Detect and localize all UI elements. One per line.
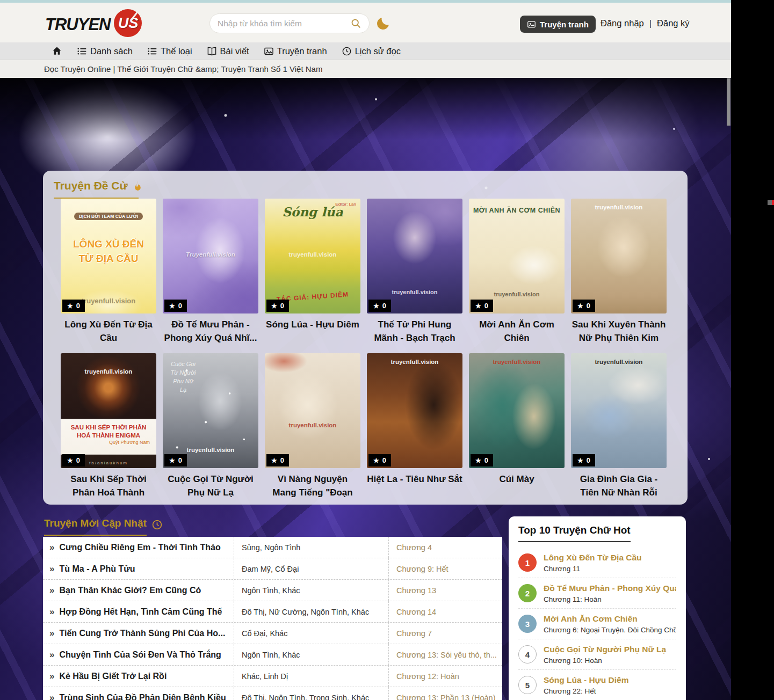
story-link[interactable]: »Tù Ma - A Phù Tửu bbox=[43, 564, 234, 574]
recommended-section: Truyện Đề Cử DỊCH BỞI TEAM CỦA LƯỜI LÔNG… bbox=[43, 171, 688, 505]
story-title[interactable]: Gia Đình Gia Gia - Tiên Nữ Nhàn Rỗi Đến … bbox=[571, 472, 667, 501]
story-link[interactable]: »Chuyện Tình Của Sói Đen Và Thỏ Trắng bbox=[43, 650, 234, 660]
site-tagline: Đọc Truyện Online | Thế Giới Truyện Chữ … bbox=[0, 60, 731, 78]
search-bar[interactable] bbox=[209, 13, 370, 33]
gray-marker bbox=[768, 200, 772, 205]
star-icon: ★ bbox=[577, 457, 583, 464]
logo-us-text: US bbox=[118, 15, 139, 32]
search-input[interactable] bbox=[218, 19, 350, 28]
star-icon: ★ bbox=[169, 302, 175, 310]
story-card[interactable]: truyenfull.vision ★0 Vì Nàng Nguyện Mang… bbox=[265, 353, 360, 501]
story-title[interactable]: Lông Xù Đến Từ Địa Cầu bbox=[61, 318, 156, 347]
nav-the-loai[interactable]: Thể loại bbox=[147, 46, 192, 56]
story-cover[interactable]: truyenfull.vision ★0 bbox=[265, 353, 360, 468]
top10-item[interactable]: 1 Lông Xù Đến Từ Địa Cầu Chương 11 bbox=[518, 548, 676, 578]
table-row: »Bạn Thân Khác Giới? Em Cũng Có Ngôn Tìn… bbox=[43, 580, 502, 601]
login-link[interactable]: Đăng nhập bbox=[601, 18, 644, 28]
story-cover[interactable]: DỊCH BỞI TEAM CỦA LƯỜI LÔNG XÙ ĐẾN TỪ ĐỊ… bbox=[61, 199, 156, 313]
main-nav: Danh sách Thể loại Bài viết Truyện tranh… bbox=[0, 42, 731, 60]
chapter-link[interactable]: Chương 13: Sói yêu thỏ, th... bbox=[388, 644, 502, 665]
chapter-link[interactable]: Chương 12: Hoàn bbox=[388, 666, 502, 687]
story-title[interactable]: Sóng Lúa - Hựu Diêm bbox=[265, 318, 360, 347]
story-cover[interactable]: truyenfull.vision ★0 bbox=[469, 353, 565, 468]
chapter-link[interactable]: Chương 14 bbox=[388, 601, 502, 622]
story-card[interactable]: truyenfull.vision ★0 Gia Đình Gia Gia - … bbox=[571, 353, 667, 501]
nav-home[interactable] bbox=[52, 46, 62, 56]
genre-cell: Cổ Đại, Khác bbox=[234, 623, 388, 644]
genre-cell: Sủng, Ngôn Tình bbox=[234, 537, 388, 558]
recommended-grid: DỊCH BỞI TEAM CỦA LƯỜI LÔNG XÙ ĐẾN TỪ ĐỊ… bbox=[61, 199, 670, 501]
story-link[interactable]: »Tiến Cung Trở Thành Sủng Phi Của Ho... bbox=[43, 628, 234, 639]
story-title[interactable]: Vì Nàng Nguyện Mang Tiếng "Đoạn Tụ" bbox=[265, 472, 360, 501]
star-icon: ★ bbox=[373, 457, 379, 464]
recommended-heading: Truyện Đề Cử bbox=[54, 179, 143, 192]
register-link[interactable]: Đăng ký bbox=[657, 18, 690, 28]
story-title[interactable]: Sau Khi Xuyên Thành Nữ Phụ Thiên Kim Thậ… bbox=[571, 318, 667, 347]
story-card[interactable]: Truyenfull.vision ★0 Đồ Tể Mưu Phản - Ph… bbox=[163, 199, 258, 347]
story-cover[interactable]: truyenfull.vision SAU KHI SẾP THỜI PHÂN … bbox=[61, 353, 156, 468]
story-title[interactable]: Cúi Mày bbox=[469, 472, 565, 501]
story-title[interactable]: Sau Khi Sếp Thời Phân Hoá Thành Enigma bbox=[61, 472, 156, 501]
story-cover[interactable]: truyenfull.vision ★0 bbox=[367, 199, 462, 313]
story-cover[interactable]: Editor: Lan Sóng lúa truyenfull.vision T… bbox=[265, 199, 360, 313]
nav-truyen-tranh[interactable]: Truyện tranh bbox=[264, 46, 327, 56]
top10-story-title[interactable]: Cuộc Gọi Từ Người Phụ Nữ Lạ bbox=[544, 644, 676, 654]
nav-danh-sach[interactable]: Danh sách bbox=[77, 46, 133, 56]
story-link[interactable]: »Bạn Thân Khác Giới? Em Cũng Có bbox=[43, 585, 234, 596]
story-card[interactable]: DỊCH BỞI TEAM CỦA LƯỜI LÔNG XÙ ĐẾN TỪ ĐỊ… bbox=[61, 199, 156, 347]
story-link[interactable]: »Trùng Sinh Của Đồ Phản Diện Bệnh Kiều bbox=[43, 692, 234, 700]
top10-item[interactable]: 4 Cuộc Gọi Từ Người Phụ Nữ Lạ Chương 10:… bbox=[518, 639, 676, 670]
story-title[interactable]: Đồ Tể Mưu Phản - Phong Xúy Quá Nhĩ... bbox=[163, 318, 258, 347]
header: TRUYEN US Truyện tranh Đăng nhập | Đăng … bbox=[0, 3, 731, 42]
dark-mode-moon-icon[interactable] bbox=[376, 16, 392, 32]
top10-story-title[interactable]: Mời Anh Ăn Cơm Chiên bbox=[544, 614, 676, 624]
nav-lich-su-doc[interactable]: Lịch sử đọc bbox=[342, 46, 401, 56]
story-cover[interactable]: truyenfull.vision ★0 bbox=[571, 199, 667, 313]
chevron-right-icon: » bbox=[49, 628, 54, 639]
site-logo[interactable]: TRUYEN US bbox=[45, 9, 147, 37]
genre-cell: Đô Thị, Nữ Cường, Ngôn Tình, Khác bbox=[234, 601, 388, 622]
story-title[interactable]: Mời Anh Ăn Cơm Chiên bbox=[469, 318, 565, 347]
chapter-link[interactable]: Chương 13: Phần 13 (Hoàn) bbox=[388, 687, 502, 700]
top10-item[interactable]: 2 Đồ Tể Mưu Phản - Phong Xúy Quá ... Chư… bbox=[518, 578, 676, 609]
table-row: »Kẻ Hầu Bị Giết Trở Lại Rồi Khác, Linh D… bbox=[43, 666, 502, 687]
search-icon[interactable] bbox=[350, 18, 361, 29]
chapter-link[interactable]: Chương 4 bbox=[388, 537, 502, 558]
top10-story-chapter: Chương 10: Hoàn bbox=[544, 657, 676, 665]
chapter-link[interactable]: Chương 13 bbox=[388, 580, 502, 601]
story-card[interactable]: Editor: Lan Sóng lúa truyenfull.vision T… bbox=[265, 199, 360, 347]
story-title[interactable]: Hiệt La - Tiêu Như Sắt bbox=[367, 472, 462, 501]
cover-title-text: SAU KHI SẾP THỜI PHÂN HOÁ THÀNH ENIGMA bbox=[61, 424, 156, 440]
chapter-link[interactable]: Chương 7 bbox=[388, 623, 502, 644]
top10-item[interactable]: 3 Mời Anh Ăn Cơm Chiên Chương 6: Ngoại T… bbox=[518, 609, 676, 639]
story-card[interactable]: truyenfull.vision ★0 Hiệt La - Tiêu Như … bbox=[367, 353, 462, 501]
top10-item[interactable]: 5 Sóng Lúa - Hựu Diêm Chương 22: Hết bbox=[518, 670, 676, 700]
story-link[interactable]: »Hợp Đồng Hết Hạn, Tình Cảm Cũng Thế bbox=[43, 607, 234, 617]
story-cover[interactable]: Truyenfull.vision ★0 bbox=[163, 199, 258, 313]
story-title[interactable]: Cuộc Gọi Từ Người Phụ Nữ Lạ bbox=[163, 472, 258, 501]
top10-story-title[interactable]: Đồ Tể Mưu Phản - Phong Xúy Quá ... bbox=[544, 583, 676, 593]
story-link[interactable]: »Cưng Chiều Riêng Em - Thời Tình Thảo bbox=[43, 542, 234, 553]
story-cover[interactable]: truyenfull.vision ★0 bbox=[571, 353, 667, 468]
story-card[interactable]: truyenfull.vision ★0 Thế Tử Phi Hung Mãn… bbox=[367, 199, 462, 347]
table-row: »Chuyện Tình Của Sói Đen Và Thỏ Trắng Ng… bbox=[43, 644, 502, 666]
cover-watermark: truyenfull.vision bbox=[265, 422, 360, 428]
story-cover[interactable]: Cuộc Gọi Từ Người Phụ Nữ Lạ truyenfull.v… bbox=[163, 353, 258, 468]
comics-button[interactable]: Truyện tranh bbox=[520, 16, 596, 33]
nav-bai-viet[interactable]: Bài viết bbox=[207, 46, 249, 56]
story-card[interactable]: truyenfull.vision ★0 Cúi Mày bbox=[469, 353, 565, 501]
story-card[interactable]: MỜI ANH ĂN CƠM CHIÊN truyenfull.vision ★… bbox=[469, 199, 565, 347]
story-cover[interactable]: truyenfull.vision ★0 bbox=[367, 353, 462, 468]
story-title[interactable]: Thế Tử Phi Hung Mãnh - Bạch Trạch Tang..… bbox=[367, 318, 462, 347]
story-card[interactable]: Cuộc Gọi Từ Người Phụ Nữ Lạ truyenfull.v… bbox=[163, 353, 258, 501]
top10-story-title[interactable]: Lông Xù Đến Từ Địa Cầu bbox=[544, 552, 676, 563]
scrollbar-thumb[interactable] bbox=[727, 78, 730, 126]
story-link[interactable]: »Kẻ Hầu Bị Giết Trở Lại Rồi bbox=[43, 671, 234, 682]
story-card[interactable]: truyenfull.vision SAU KHI SẾP THỜI PHÂN … bbox=[61, 353, 156, 501]
chapter-link[interactable]: Chương 9: Hết bbox=[388, 558, 502, 579]
rating-badge: ★0 bbox=[471, 300, 493, 312]
story-cover[interactable]: MỜI ANH ĂN CƠM CHIÊN truyenfull.vision ★… bbox=[469, 199, 565, 313]
story-card[interactable]: truyenfull.vision ★0 Sau Khi Xuyên Thành… bbox=[571, 199, 667, 347]
cover-watermark: truyenfull.vision bbox=[163, 447, 258, 453]
top10-story-title[interactable]: Sóng Lúa - Hựu Diêm bbox=[544, 675, 676, 685]
